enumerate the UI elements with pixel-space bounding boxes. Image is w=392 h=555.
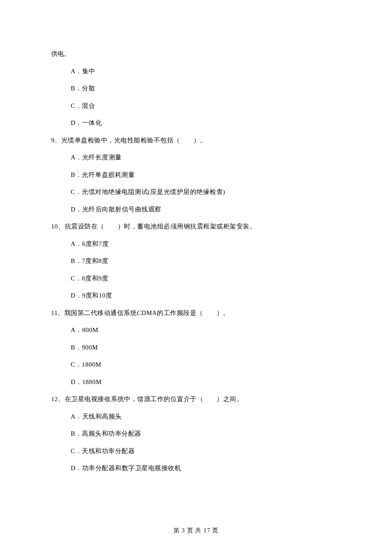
- q9-option-c: C．光缆对地绝缘电阻测试(应是光缆护层的绝缘检查): [71, 187, 341, 197]
- q12-option-a: A．天线和高频头: [71, 412, 341, 422]
- q11-option-a: A．800M: [71, 325, 341, 335]
- q11-option-b: B．900M: [71, 343, 341, 353]
- q11-option-c: C．1800M: [71, 360, 341, 370]
- q9-option-d: D．光纤后向散射信号曲线观察: [71, 205, 341, 214]
- q10-option-d: D．9度和10度: [71, 291, 341, 301]
- q10-option-a: A．6度和7度: [71, 239, 341, 249]
- page-footer: 第 3 页 共 17 页: [0, 527, 392, 535]
- page-content: 供电。 A．集中 B．分散 C．混合 D．一体化 9、光缆单盘检验中，光电性能检…: [0, 0, 392, 473]
- q9-option-a: A．光纤长度测量: [71, 153, 341, 162]
- q9-stem: 9、光缆单盘检验中，光电性能检验不包括（ ）。: [51, 136, 341, 145]
- q12-option-d: D．功率分配器和数字卫星电视接收机: [71, 463, 341, 473]
- q12-option-b: B．高频头和功率分配器: [71, 429, 341, 439]
- q10-stem: 10、抗震设防在（ ）时，蓄电池组必须用钢抗震框架或柜架安装。: [51, 222, 341, 231]
- q8-option-c: C．混合: [71, 101, 341, 111]
- question-8-continuation: 供电。: [51, 49, 341, 59]
- q10-option-b: B．7度和8度: [71, 256, 341, 266]
- q11-option-d: D．1880M: [71, 377, 341, 387]
- q12-option-c: C．天线和功率分配器: [71, 446, 341, 456]
- q8-option-d: D．一体化: [71, 118, 341, 128]
- q12-stem: 12、在卫星电视接收系统中，馈源工作的位置介于（ ）之间。: [51, 394, 341, 404]
- q8-option-b: B．分散: [71, 84, 341, 93]
- q11-stem: 11、我国第二代移动通信系统CDMA的工作频段是（ ）。: [51, 308, 341, 318]
- q9-option-b: B．光纤单盘损耗测量: [71, 170, 341, 180]
- q8-option-a: A．集中: [71, 66, 341, 76]
- q10-option-c: C．8度和9度: [71, 274, 341, 283]
